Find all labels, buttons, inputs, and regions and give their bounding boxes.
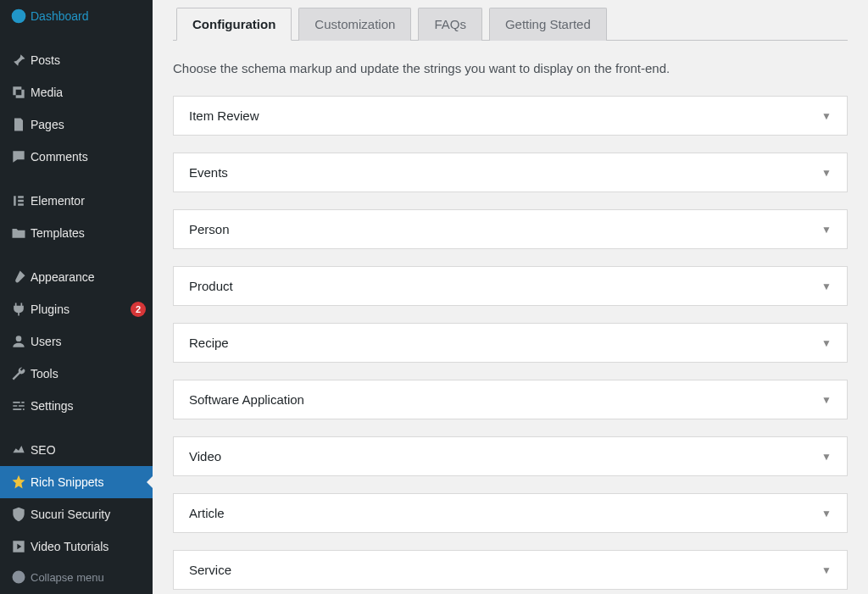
tab-customization[interactable]: Customization [298, 8, 411, 41]
sidebar-item-label: Plugins [31, 303, 125, 316]
media-icon [7, 84, 31, 101]
sidebar-item-label: Settings [31, 399, 146, 413]
sidebar-item-label: Tools [31, 367, 146, 380]
collapse-menu[interactable]: Collapse menu [0, 563, 153, 591]
comments-icon [7, 148, 31, 165]
chevron-down-icon: ▼ [821, 110, 832, 122]
chevron-down-icon: ▼ [821, 508, 832, 519]
play-icon [7, 538, 31, 555]
sidebar-item-users[interactable]: Users [0, 325, 153, 358]
collapse-menu-label: Collapse menu [31, 571, 146, 584]
user-icon [7, 333, 31, 350]
pin-icon [7, 52, 31, 69]
sidebar-item-label: SEO [31, 443, 146, 457]
sidebar-item-label: Dashboard [31, 9, 146, 23]
schema-title: Article [189, 506, 821, 520]
sidebar-item-posts[interactable]: Posts [0, 44, 153, 76]
sidebar-item-seo[interactable]: SEO [0, 434, 153, 466]
shield-icon [7, 506, 31, 523]
sidebar-item-plugins[interactable]: Plugins 2 [0, 293, 153, 325]
intro-text: Choose the schema markup and update the … [173, 61, 848, 75]
menu-separator [0, 173, 153, 185]
sidebar-item-label: Video Tutorials [31, 540, 146, 553]
schema-video[interactable]: Video ▼ [173, 436, 848, 476]
chevron-down-icon: ▼ [821, 451, 832, 463]
sidebar-item-settings[interactable]: Settings [0, 390, 153, 422]
schema-item-review[interactable]: Item Review ▼ [173, 96, 848, 136]
tab-faqs[interactable]: FAQs [418, 8, 482, 41]
sidebar-item-label: Users [31, 335, 146, 348]
pages-icon [7, 116, 31, 133]
sidebar-item-comments[interactable]: Comments [0, 141, 153, 173]
menu-separator [0, 422, 153, 434]
sliders-icon [7, 397, 31, 414]
schema-article[interactable]: Article ▼ [173, 493, 848, 533]
star-icon [7, 474, 31, 491]
schema-person[interactable]: Person ▼ [173, 209, 848, 249]
chevron-down-icon: ▼ [821, 224, 832, 236]
tab-label: Getting Started [505, 17, 591, 31]
sidebar-item-label: Appearance [31, 270, 146, 284]
schema-product[interactable]: Product ▼ [173, 266, 848, 306]
schema-title: Software Application [189, 392, 821, 407]
sidebar-item-templates[interactable]: Templates [0, 217, 153, 249]
brush-icon [7, 269, 31, 286]
chevron-down-icon: ▼ [821, 394, 832, 406]
schema-title: Video [189, 449, 821, 464]
schema-title: Recipe [189, 336, 821, 350]
schema-title: Person [189, 222, 821, 236]
tab-label: Customization [314, 17, 395, 31]
update-count-badge: 2 [131, 302, 146, 317]
sidebar-item-dashboard[interactable]: Dashboard [0, 0, 153, 32]
sidebar-item-label: Elementor [31, 194, 146, 208]
sidebar-item-media[interactable]: Media [0, 76, 153, 108]
schema-events[interactable]: Events ▼ [173, 153, 848, 192]
elementor-icon [7, 192, 31, 209]
schema-title: Events [189, 165, 821, 180]
folder-icon [7, 225, 31, 241]
sidebar-item-appearance[interactable]: Appearance [0, 261, 153, 293]
sidebar-item-pages[interactable]: Pages [0, 108, 153, 141]
content-pane: Configuration Customization FAQs Getting… [153, 0, 868, 594]
sidebar-item-label: Sucuri Security [31, 508, 146, 521]
schema-recipe[interactable]: Recipe ▼ [173, 323, 848, 363]
schema-software-application[interactable]: Software Application ▼ [173, 380, 848, 419]
schema-service[interactable]: Service ▼ [173, 550, 848, 590]
sidebar-item-sucuri[interactable]: Sucuri Security [0, 498, 153, 530]
admin-sidebar: Dashboard Posts Media Pages Comments Ele… [0, 0, 153, 594]
chevron-down-icon: ▼ [821, 564, 832, 576]
chevron-left-circle-icon [7, 569, 31, 586]
wrench-icon [7, 365, 31, 382]
sidebar-item-tools[interactable]: Tools [0, 358, 153, 390]
dashboard-icon [7, 8, 31, 25]
schema-title: Service [189, 563, 821, 577]
sidebar-item-label: Pages [31, 118, 146, 131]
menu-separator [0, 249, 153, 261]
sidebar-item-rich-snippets[interactable]: Rich Snippets [0, 466, 153, 498]
tab-label: Configuration [192, 17, 275, 31]
sidebar-item-elementor[interactable]: Elementor [0, 185, 153, 217]
seo-icon [7, 441, 31, 458]
schema-title: Item Review [189, 108, 821, 123]
sidebar-item-video-tutorials[interactable]: Video Tutorials [0, 530, 153, 563]
chevron-down-icon: ▼ [821, 167, 832, 179]
sidebar-item-label: Media [31, 86, 146, 99]
sidebar-item-label: Posts [31, 53, 146, 67]
schema-title: Product [189, 279, 821, 293]
tab-label: FAQs [434, 17, 466, 31]
chevron-down-icon: ▼ [821, 337, 832, 349]
sidebar-item-label: Templates [31, 226, 146, 240]
sidebar-item-label: Rich Snippets [31, 475, 146, 489]
tab-getting-started[interactable]: Getting Started [489, 8, 607, 41]
chevron-down-icon: ▼ [821, 280, 832, 292]
nav-tabs: Configuration Customization FAQs Getting… [173, 7, 848, 41]
menu-separator [0, 32, 153, 44]
plug-icon [7, 301, 31, 318]
sidebar-item-label: Comments [31, 150, 146, 164]
tab-configuration[interactable]: Configuration [176, 8, 292, 41]
